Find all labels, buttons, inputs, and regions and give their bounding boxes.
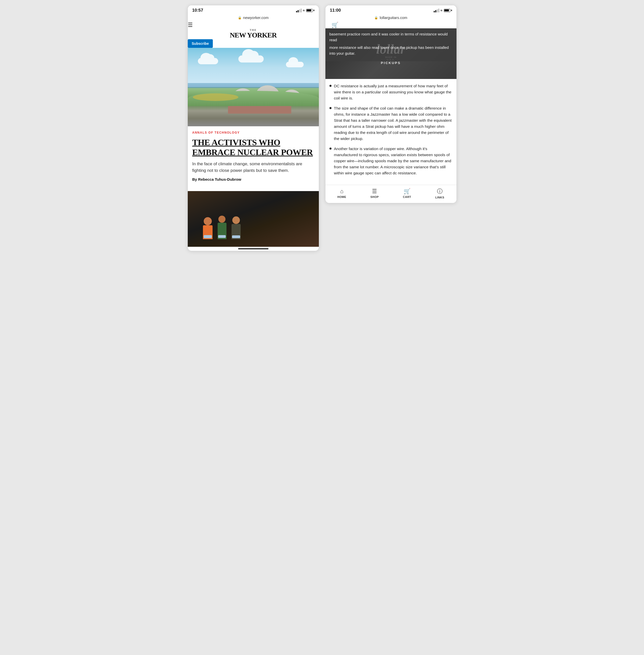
left-address-bar[interactable]: 🔒 newyorker.com — [188, 14, 319, 22]
hero-image — [188, 48, 319, 126]
left-phone: 10:57 ≈ 🔒 newyorker.com ☰ THE NEW Y — [187, 5, 319, 251]
right-status-icons: ≈ — [434, 8, 452, 13]
cart-icon: 🛒 — [404, 188, 410, 195]
lock-icon: 🔒 — [238, 16, 242, 20]
nav-home[interactable]: ⌂ HOME — [337, 188, 346, 198]
right-lock-icon: 🔒 — [374, 16, 378, 20]
nav-shop-label: SHOP — [370, 196, 379, 198]
right-phone: 11:00 ≈ 🔒 lollarguitars.com ☰ 🛒 — [325, 5, 457, 203]
hamburger-icon[interactable]: ☰ — [188, 22, 193, 28]
lollar-nav: ☰ 🛒 — [325, 22, 457, 28]
bullet-item-2: The size and shape of the coil can make … — [329, 105, 453, 142]
right-address-bar[interactable]: 🔒 lollarguitars.com — [325, 14, 457, 22]
bullet-dot — [329, 107, 331, 109]
subscribe-button[interactable]: Subscribe — [188, 39, 213, 48]
scroll-indicator — [188, 247, 319, 251]
shop-icon: ☰ — [372, 188, 377, 195]
logo-name: NEW YORKER — [230, 31, 277, 39]
article-author: By Rebecca Tuhus-Dubrow — [192, 177, 314, 181]
article-category: ANNALS OF TECHNOLOGY — [192, 131, 314, 134]
nav-cart[interactable]: 🛒 CART — [403, 188, 411, 198]
overlay-text-1: basement practice room and it was cooler… — [329, 31, 453, 43]
bullet-text: The size and shape of the coil can make … — [334, 105, 453, 142]
overlay-text-2: more resistance will also read lower onc… — [329, 45, 453, 56]
left-status-icons: ≈ — [296, 8, 314, 13]
new-yorker-logo[interactable]: THE NEW YORKER — [188, 28, 319, 39]
right-time: 11:00 — [330, 8, 341, 13]
nav-links-label: LINKS — [435, 196, 444, 199]
right-battery-icon — [444, 9, 452, 12]
home-icon: ⌂ — [340, 188, 343, 195]
nav-links[interactable]: ⓘ LINKS — [435, 187, 444, 199]
bullet-list: DC resistance is actually just a measure… — [329, 83, 453, 176]
bullet-text: Another factor is variation of copper wi… — [334, 146, 453, 176]
bullet-dot — [329, 85, 331, 87]
right-article-content: DC resistance is actually just a measure… — [325, 79, 457, 203]
lollar-cart-icon[interactable]: 🛒 — [331, 22, 338, 28]
bullet-item-1: DC resistance is actually just a measure… — [329, 83, 453, 101]
bullet-item-3: Another factor is variation of copper wi… — [329, 146, 453, 176]
bullet-dot — [329, 148, 331, 150]
right-url: lollarguitars.com — [380, 16, 407, 20]
nav-shop[interactable]: ☰ SHOP — [370, 188, 379, 198]
article-subtitle: In the face of climate change, some envi… — [192, 161, 314, 174]
right-bottom-nav: ⌂ HOME ☰ SHOP 🛒 CART ⓘ LINKS — [325, 185, 457, 203]
wifi-icon: ≈ — [303, 8, 305, 13]
bullet-text: DC resistance is actually just a measure… — [334, 83, 453, 101]
article-content: ANNALS OF TECHNOLOGY THE ACTIVISTS WHO E… — [188, 126, 319, 191]
overlay-text: basement practice room and it was cooler… — [325, 28, 457, 61]
lollar-logo-sub: PICKUPS — [376, 61, 406, 65]
nav-home-label: HOME — [337, 196, 346, 198]
battery-icon — [306, 9, 314, 12]
lollar-header-image: lollar MADE INU.S.A. PICKUPS basement pr… — [325, 28, 457, 79]
left-url: newyorker.com — [243, 16, 269, 20]
left-status-bar: 10:57 ≈ — [188, 5, 319, 14]
left-nav-bar: ☰ THE NEW YORKER Subscribe — [188, 22, 319, 48]
left-time: 10:57 — [192, 8, 203, 13]
right-signal-icon — [434, 8, 439, 13]
right-wifi-icon: ≈ — [441, 8, 442, 13]
signal-icon — [296, 8, 302, 13]
nav-cart-label: CART — [403, 196, 411, 198]
second-article-image — [188, 191, 319, 247]
lollar-hamburger-icon[interactable]: ☰ — [325, 22, 330, 28]
right-status-bar: 11:00 ≈ — [325, 5, 457, 14]
links-icon: ⓘ — [437, 187, 442, 195]
article-title: THE ACTIVISTS WHO EMBRACE NUCLEAR POWER — [192, 137, 314, 157]
